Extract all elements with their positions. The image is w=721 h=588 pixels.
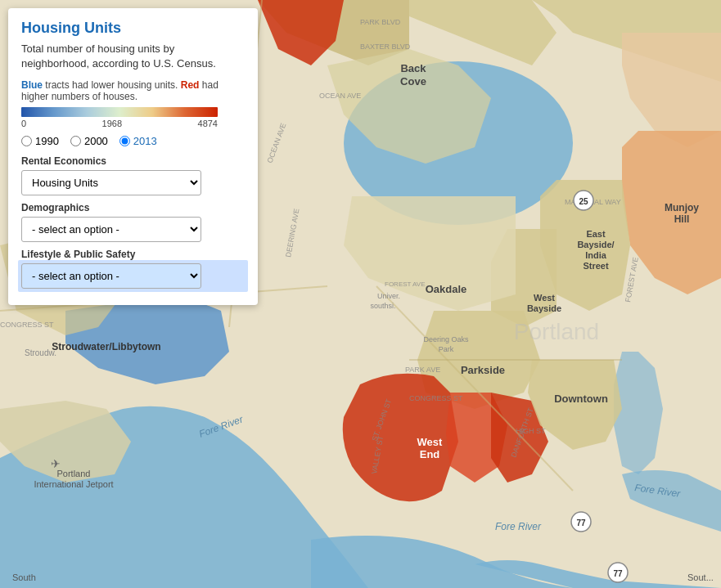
svg-text:southsi.: southsi. bbox=[370, 302, 395, 310]
svg-text:Portland: Portland bbox=[514, 319, 599, 344]
svg-text:Bayside/: Bayside/ bbox=[577, 240, 614, 249]
year-selector: 1990 2000 2013 bbox=[21, 135, 245, 147]
svg-text:25: 25 bbox=[579, 197, 588, 206]
svg-text:CONGRESS ST: CONGRESS ST bbox=[409, 394, 463, 402]
svg-text:77: 77 bbox=[613, 569, 623, 578]
svg-text:Oakdale: Oakdale bbox=[426, 283, 467, 295]
year-1990-radio[interactable] bbox=[21, 136, 32, 146]
svg-text:Portland: Portland bbox=[57, 469, 91, 478]
year-2000-option[interactable]: 2000 bbox=[70, 135, 108, 147]
svg-text:East: East bbox=[586, 229, 606, 239]
svg-text:South: South bbox=[12, 572, 36, 582]
svg-text:West: West bbox=[417, 436, 443, 448]
svg-text:✈: ✈ bbox=[51, 457, 61, 470]
svg-text:77: 77 bbox=[576, 518, 586, 527]
year-1990-option[interactable]: 1990 bbox=[21, 135, 59, 147]
svg-text:Sout...: Sout... bbox=[687, 572, 714, 582]
svg-text:Parkside: Parkside bbox=[461, 364, 505, 376]
section-demographics: Demographics - select an option - Popula… bbox=[21, 202, 245, 242]
svg-text:Stroudwater/Libbytown: Stroudwater/Libbytown bbox=[52, 341, 160, 352]
legend-labels: 0 1968 4874 bbox=[21, 119, 218, 128]
svg-text:Stroudw.: Stroudw. bbox=[25, 348, 56, 357]
year-1990-label: 1990 bbox=[35, 135, 59, 147]
legend-min: 0 bbox=[21, 119, 26, 128]
svg-text:BAXTER BLVD: BAXTER BLVD bbox=[360, 43, 411, 51]
svg-text:Park: Park bbox=[439, 345, 454, 353]
svg-text:Hill: Hill bbox=[674, 213, 690, 225]
legend-text-mid: tracts had lower housing units. bbox=[43, 79, 181, 91]
demographics-label: Demographics bbox=[21, 202, 245, 213]
legend-red-label: Red bbox=[181, 79, 200, 91]
year-2013-label: 2013 bbox=[133, 135, 157, 147]
demographics-dropdown[interactable]: - select an option - Population Age Race bbox=[21, 217, 201, 242]
year-2000-label: 2000 bbox=[84, 135, 108, 147]
svg-text:Munjoy: Munjoy bbox=[665, 202, 699, 213]
year-2013-option[interactable]: 2013 bbox=[119, 135, 157, 147]
info-panel: Housing Units Total number of housing un… bbox=[8, 8, 258, 305]
year-2000-radio[interactable] bbox=[70, 136, 81, 146]
svg-text:PARK AVE: PARK AVE bbox=[405, 366, 440, 374]
legend-mid: 1968 bbox=[102, 119, 122, 128]
lifestyle-dropdown[interactable]: - select an option - Crime Rate Schools … bbox=[21, 263, 201, 289]
rental-dropdown[interactable]: Housing Units Median Rent Vacancy Rate bbox=[21, 170, 201, 195]
legend-max: 4874 bbox=[198, 119, 218, 128]
section-lifestyle: Lifestyle & Public Safety - select an op… bbox=[21, 249, 245, 292]
svg-text:Bayside: Bayside bbox=[527, 303, 561, 313]
panel-description: Total number of housing units by neighbo… bbox=[21, 42, 245, 71]
svg-text:Downtown: Downtown bbox=[554, 393, 608, 405]
legend-text: Blue tracts had lower housing units. Red… bbox=[21, 79, 245, 102]
svg-text:Back: Back bbox=[400, 62, 426, 74]
svg-text:Fore River: Fore River bbox=[495, 521, 542, 532]
svg-text:India: India bbox=[585, 250, 607, 260]
svg-text:Deering Oaks: Deering Oaks bbox=[423, 335, 469, 343]
svg-text:End: End bbox=[420, 448, 440, 460]
svg-text:PARK BLVD: PARK BLVD bbox=[360, 18, 401, 26]
svg-text:Street: Street bbox=[583, 261, 609, 271]
lifestyle-row: - select an option - Crime Rate Schools … bbox=[18, 260, 248, 292]
legend-blue-label: Blue bbox=[21, 79, 43, 91]
year-2013-radio[interactable] bbox=[119, 136, 130, 146]
lifestyle-label: Lifestyle & Public Safety bbox=[21, 249, 245, 260]
svg-text:FOREST AVE: FOREST AVE bbox=[385, 281, 426, 288]
svg-text:Univer.: Univer. bbox=[377, 292, 400, 300]
svg-text:Cove: Cove bbox=[400, 75, 426, 88]
panel-title: Housing Units bbox=[21, 20, 245, 37]
svg-text:International Jetport: International Jetport bbox=[34, 479, 113, 489]
rental-label: Rental Economics bbox=[21, 155, 245, 167]
color-bar bbox=[21, 107, 218, 117]
svg-text:OCEAN AVE: OCEAN AVE bbox=[319, 92, 361, 100]
svg-text:CONGRESS ST: CONGRESS ST bbox=[0, 321, 54, 329]
section-rental: Rental Economics Housing Units Median Re… bbox=[21, 155, 245, 195]
svg-text:West: West bbox=[534, 293, 555, 303]
